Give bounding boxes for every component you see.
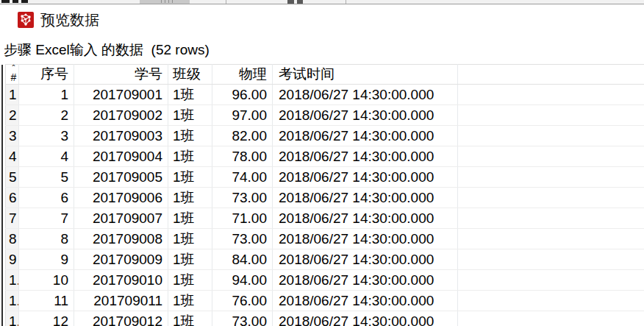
filler-cell [458, 167, 644, 188]
background-tick [168, 0, 169, 3]
kettle-logo-icon[interactable] [18, 12, 34, 28]
column-header-xuehao[interactable]: 学号 [74, 65, 168, 85]
table-row[interactable]: 992017090091班84.002018/06/27 14:30:00.00… [6, 249, 644, 270]
xuehao-cell: 201709002 [74, 105, 168, 126]
wuli-cell: 97.00 [212, 105, 273, 126]
xuhao-cell: 4 [19, 146, 74, 167]
rownum-cell: 2 [6, 105, 19, 126]
table-row[interactable]: 772017090071班71.002018/06/27 14:30:00.00… [6, 208, 644, 229]
rownum-cell: 3 [6, 126, 19, 146]
xuhao-cell: 9 [19, 249, 74, 270]
kaoshi-shijian-cell: 2018/06/27 14:30:00.000 [273, 146, 458, 167]
filler-cell [458, 188, 644, 208]
xuhao-cell: 5 [19, 167, 74, 188]
xuhao-cell: 1 [19, 85, 74, 105]
wuli-cell: 78.00 [212, 146, 273, 167]
table-row[interactable]: 552017090051班74.002018/06/27 14:30:00.00… [6, 167, 644, 188]
xuhao-cell: 11 [19, 291, 74, 311]
kaoshi-shijian-cell: 2018/06/27 14:30:00.000 [273, 188, 458, 208]
step-data-label: 步骤 Excel输入 的数据 (52 rows) [4, 40, 210, 60]
banji-cell: 1班 [168, 229, 212, 249]
banji-cell: 1班 [168, 188, 212, 208]
filler-cell [458, 85, 644, 105]
wuli-cell: 94.00 [212, 270, 273, 291]
table-row[interactable]: 442017090041班78.002018/06/27 14:30:00.00… [6, 146, 644, 167]
banji-cell: 1班 [168, 208, 212, 229]
xuehao-cell: 201709006 [74, 188, 168, 208]
table-row[interactable]: 222017090021班97.002018/06/27 14:30:00.00… [6, 105, 644, 126]
background-tick [161, 0, 162, 3]
banji-cell: 1班 [168, 311, 212, 326]
table-row[interactable]: 332017090031班82.002018/06/27 14:30:00.00… [6, 126, 644, 146]
table-row[interactable]: 1.122017090121班73.002018/06/27 14:30:00.… [6, 311, 644, 326]
xuehao-cell: 201709009 [74, 249, 168, 270]
filler-cell [458, 208, 644, 229]
xuhao-cell: 2 [19, 105, 74, 126]
rownum-cell: 5 [6, 167, 19, 188]
column-header-banji[interactable]: 班级 [168, 65, 212, 85]
table-row[interactable]: 882017090081班73.002018/06/27 14:30:00.00… [6, 229, 644, 249]
xuhao-cell: 10 [19, 270, 74, 291]
preview-table-body: 112017090011班96.002018/06/27 14:30:00.00… [6, 85, 644, 326]
wuli-cell: 84.00 [212, 249, 273, 270]
column-header-filler [458, 65, 644, 85]
xuehao-cell: 201709001 [74, 85, 168, 105]
column-header-xuhao[interactable]: 序号 [19, 65, 74, 85]
table-header-row: ˆ # 序号 学号 班级 物理 考试时间 [6, 65, 644, 85]
kaoshi-shijian-cell: 2018/06/27 14:30:00.000 [273, 167, 458, 188]
table-row[interactable]: 1.112017090111班76.002018/06/27 14:30:00.… [6, 291, 644, 311]
table-row[interactable]: 112017090011班96.002018/06/27 14:30:00.00… [6, 85, 644, 105]
kaoshi-shijian-cell: 2018/06/27 14:30:00.000 [273, 229, 458, 249]
rownum-header-label: # [11, 72, 17, 83]
xuhao-cell: 12 [19, 311, 74, 326]
column-header-wuli[interactable]: 物理 [212, 65, 273, 85]
banji-cell: 1班 [168, 85, 212, 105]
table-row[interactable]: 1.102017090101班94.002018/06/27 14:30:00.… [6, 270, 644, 291]
wuli-cell: 73.00 [212, 229, 273, 249]
column-header-kaoshi-shijian[interactable]: 考试时间 [273, 65, 458, 85]
table-row[interactable]: 662017090061班73.002018/06/27 14:30:00.00… [6, 188, 644, 208]
kaoshi-shijian-cell: 2018/06/27 14:30:00.000 [273, 249, 458, 270]
rownum-cell: 4 [6, 146, 19, 167]
banji-cell: 1班 [168, 126, 212, 146]
xuehao-cell: 201709010 [74, 270, 168, 291]
xuehao-cell: 201709008 [74, 229, 168, 249]
kaoshi-shijian-cell: 2018/06/27 14:30:00.000 [273, 311, 458, 326]
rownum-cell: 6 [6, 188, 19, 208]
xuhao-cell: 3 [19, 126, 74, 146]
banji-cell: 1班 [168, 291, 212, 311]
wuli-cell: 82.00 [212, 126, 273, 146]
filler-cell [458, 229, 644, 249]
kaoshi-shijian-cell: 2018/06/27 14:30:00.000 [273, 85, 458, 105]
rownum-cell: 1 [6, 85, 19, 105]
wuli-cell: 74.00 [212, 167, 273, 188]
filler-cell [458, 105, 644, 126]
xuehao-cell: 201709004 [74, 146, 168, 167]
background-text-fragment [1, 0, 10, 3]
wuli-cell: 73.00 [212, 311, 273, 326]
xuehao-cell: 201709007 [74, 208, 168, 229]
xuehao-cell: 201709003 [74, 126, 168, 146]
filler-cell [458, 291, 644, 311]
rownum-cell: 1. [6, 291, 19, 311]
filler-cell [458, 270, 644, 291]
filler-cell [458, 249, 644, 270]
banji-cell: 1班 [168, 105, 212, 126]
preview-data-dialog: 预览数据 步骤 Excel输入 的数据 (52 rows) ˆ # 序号 学号 … [0, 4, 644, 326]
column-header-rownum[interactable]: ˆ # [6, 65, 19, 85]
dialog-titlebar[interactable]: 预览数据 [0, 4, 644, 35]
kaoshi-shijian-cell: 2018/06/27 14:30:00.000 [273, 208, 458, 229]
filler-cell [458, 146, 644, 167]
kaoshi-shijian-cell: 2018/06/27 14:30:00.000 [273, 291, 458, 311]
rownum-cell: 9 [6, 249, 19, 270]
filler-cell [458, 311, 644, 326]
background-tick [165, 0, 165, 3]
xuhao-cell: 6 [19, 188, 74, 208]
xuehao-cell: 201709011 [74, 291, 168, 311]
background-tick [172, 0, 173, 3]
kaoshi-shijian-cell: 2018/06/27 14:30:00.000 [273, 105, 458, 126]
kaoshi-shijian-cell: 2018/06/27 14:30:00.000 [273, 270, 458, 291]
wuli-cell: 71.00 [212, 208, 273, 229]
dialog-title: 预览数据 [40, 10, 99, 30]
preview-table: ˆ # 序号 学号 班级 物理 考试时间 112017090011班96.002… [5, 64, 644, 326]
